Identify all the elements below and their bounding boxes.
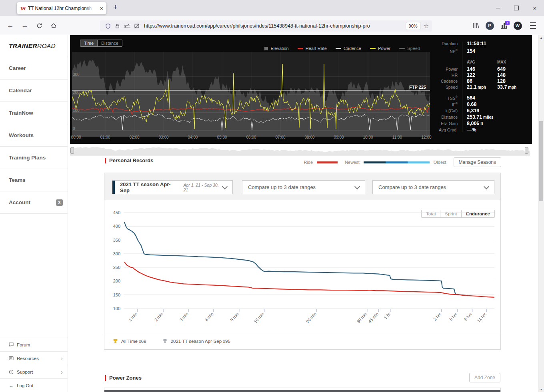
stat-value: 564 (467, 95, 475, 101)
season-color-bar (112, 181, 115, 194)
sidebar-item-calendar[interactable]: Calendar (0, 80, 68, 102)
sidebar-footer-resources[interactable]: Resources › (0, 351, 68, 365)
sidebar-item-teams[interactable]: Teams (0, 169, 68, 191)
autoplay-blocked-icon[interactable] (134, 23, 140, 29)
legend-speed[interactable]: Speed (399, 46, 420, 51)
stat-label: Power (433, 67, 458, 72)
sidebar-item-workouts[interactable]: Workouts (0, 124, 68, 147)
toggle-time[interactable]: Time (80, 40, 97, 46)
scrollbar-thumb[interactable] (539, 121, 543, 201)
legend-elevation[interactable]: Elevation (264, 46, 288, 51)
sidebar-item-training-plans[interactable]: Training Plans (0, 147, 68, 169)
window-close-button[interactable]: × (526, 0, 544, 16)
scroll-up-icon[interactable]: ▲ (538, 36, 544, 39)
sidebar-footer-support[interactable]: ? Support › (0, 365, 68, 378)
menu-hamburger-icon[interactable] (528, 20, 538, 31)
svg-text:350: 350 (113, 238, 120, 243)
vertical-scrollbar[interactable]: ▲ ▼ (538, 35, 544, 392)
svg-text:5 min: 5 min (229, 311, 240, 322)
legend-cadence[interactable]: Cadence (336, 46, 361, 51)
browser-tab[interactable]: TR TT National 12hr Championship, × (17, 2, 106, 14)
legend-power[interactable]: Power (370, 46, 390, 51)
ride-y-tick: 300 (73, 72, 80, 77)
stat-value: 6,319 (467, 108, 479, 113)
sidebar: TRAINERROAD Career Calendar TrainNow Wor… (0, 35, 68, 392)
sidebar-item-career[interactable]: Career (0, 57, 68, 80)
lock-icon[interactable] (115, 23, 120, 29)
all-time-trophies[interactable]: All Time x69 (113, 339, 146, 344)
url-bar[interactable]: https://www.trainerroad.com/app/career/p… (100, 20, 432, 32)
forward-icon[interactable]: → (20, 21, 30, 30)
svg-text:30 min: 30 min (356, 311, 368, 324)
svg-text:4 min: 4 min (204, 311, 214, 322)
sidebar-footer-forum[interactable]: Forum (0, 338, 68, 351)
back-icon[interactable]: ← (6, 21, 15, 30)
legend-heart-rate[interactable]: Heart Rate (298, 46, 327, 51)
newest-label: Newest (345, 160, 360, 165)
compare-select-2[interactable]: Compare up to 3 date ranges (372, 180, 494, 194)
home-icon[interactable] (49, 21, 58, 30)
season-select[interactable]: 2021 TT season Apr-Sep Apr 1, 21 - Sep 3… (112, 180, 233, 194)
tracking-protection-shield-icon[interactable] (105, 23, 111, 29)
stat-max: 128 (497, 78, 506, 84)
stat-label: HR (433, 73, 458, 78)
svg-text:2 hrs: 2 hrs (432, 311, 442, 321)
w-extension-avatar[interactable]: W (513, 20, 522, 31)
svg-text:300: 300 (113, 251, 120, 256)
ride-chart-plot[interactable] (72, 52, 430, 137)
svg-text:10 min: 10 min (253, 311, 265, 324)
ride-x-tick: 05:00 (213, 135, 231, 139)
stat-label: kj(Cal) (433, 108, 458, 113)
new-tab-button[interactable]: + (113, 3, 118, 12)
logout-icon: ← (9, 383, 14, 388)
section-accent-bar (105, 158, 106, 163)
ride-x-tick: 01:00 (96, 135, 114, 139)
toggle-distance[interactable]: Distance (97, 40, 122, 46)
ride-stats-panel: Duration11:50:11NP®154AVGMAXPower146649H… (433, 41, 526, 133)
sidebar-item-account[interactable]: Account 3 (0, 191, 68, 214)
season-name: 2021 TT season Apr-Sep (120, 181, 178, 193)
stat-value: 11:50:11 (467, 41, 486, 47)
trainerroad-logo[interactable]: TRAINERROAD (0, 35, 68, 57)
reload-icon[interactable] (34, 21, 44, 30)
svg-text:250: 250 (113, 265, 120, 270)
minimap-right-handle[interactable] (525, 147, 528, 154)
season-gradient-bar (364, 161, 430, 163)
window-maximize-button[interactable] (507, 0, 526, 16)
compare-select-1[interactable]: Compare up to 3 date ranges (242, 180, 365, 194)
permissions-icon[interactable] (124, 24, 130, 28)
forum-icon (9, 342, 14, 347)
library-icon[interactable] (471, 20, 481, 31)
ride-x-tick: 09:00 (330, 135, 348, 139)
zoom-level-badge[interactable]: 90% (406, 22, 420, 30)
pr-power-curve-chart[interactable]: 450 400 350 300 250 200 150 100 1 min 2 … (108, 207, 498, 333)
extension-icon[interactable]: ! (499, 20, 509, 31)
ride-chart-x-axis: 00:0001:0002:0003:0004:0005:0006:0007:00… (72, 135, 430, 141)
stat-label: Elv. Gain (433, 121, 458, 126)
profile-avatar[interactable]: P (485, 20, 494, 31)
season-trophies[interactable]: 2021 TT season Apr-Sep x95 (162, 339, 230, 344)
pr-legend: Ride Newest Oldest Manage Seasons (304, 157, 501, 167)
stat-avg: 86 (467, 78, 497, 84)
resources-icon (9, 356, 14, 360)
svg-text:11 hrs: 11 hrs (476, 311, 487, 323)
tab-close-icon[interactable]: × (100, 5, 103, 12)
ride-x-tick: 06:00 (242, 135, 260, 139)
personal-records-header: Personal Records (105, 157, 154, 163)
scroll-down-icon[interactable]: ▼ (538, 388, 544, 391)
sidebar-item-trainnow[interactable]: TrainNow (0, 102, 68, 124)
power-zones-table-header (104, 390, 500, 392)
minimap-left-handle[interactable] (70, 147, 74, 154)
personal-records-title: Personal Records (109, 157, 154, 163)
power-zones-title: Power Zones (109, 375, 142, 381)
stats-divider (462, 42, 462, 132)
chevron-right-icon: › (61, 369, 63, 375)
svg-text:400: 400 (113, 224, 120, 229)
ride-chart-minimap[interactable] (70, 145, 530, 156)
sidebar-footer-log-out[interactable]: ← Log Out (0, 378, 68, 392)
add-zone-button[interactable]: Add Zone (469, 373, 500, 382)
bookmark-star-icon[interactable]: ☆ (424, 22, 429, 30)
window-minimize-button[interactable] (489, 0, 507, 16)
svg-text:200: 200 (113, 279, 120, 283)
manage-seasons-button[interactable]: Manage Seasons (454, 157, 501, 167)
